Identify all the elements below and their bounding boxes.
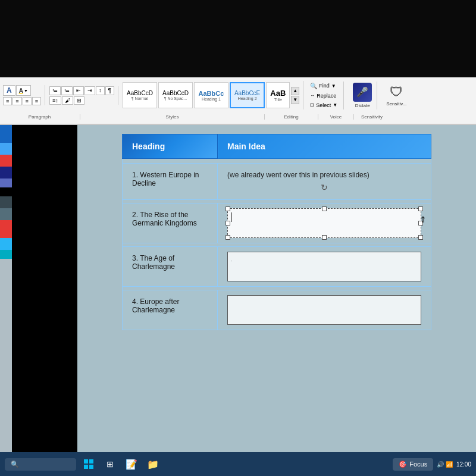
- font-color-btn[interactable]: A: [3, 85, 15, 96]
- row2-textbox-cell[interactable]: ⇑: [218, 203, 431, 243]
- color-strip: [0, 125, 12, 452]
- styles-label: Styles: [80, 114, 265, 120]
- paragraph-label: Paragraph: [3, 114, 80, 120]
- table-spacer-1: [123, 159, 431, 164]
- style-title[interactable]: AaB Title: [266, 82, 290, 108]
- table-header-heading: Heading: [123, 134, 218, 159]
- editing-group: 🔍 Find ▼ ↔ Replace ⊡ Select ▼: [308, 82, 344, 109]
- align-center-btn[interactable]: ≡: [12, 97, 21, 105]
- tray-icons[interactable]: 🔊 📶: [437, 461, 453, 468]
- table-row: 2. The Rise of the Germanic Kingdoms: [123, 203, 431, 243]
- num-list-btn[interactable]: ≔: [61, 86, 73, 95]
- system-tray: 🔊 📶 12:00: [437, 461, 471, 468]
- style-no-spacing[interactable]: AaBbCcD ¶ No Spac...: [158, 82, 193, 108]
- align-right-btn[interactable]: ≡: [23, 97, 32, 105]
- taskview-btn[interactable]: ⊞: [101, 455, 119, 473]
- table-header-row: Heading Main Idea: [123, 134, 431, 159]
- style-heading2[interactable]: AaBbCcE Heading 2: [230, 82, 265, 108]
- table-row: 1. Western Europe in Decline (we already…: [123, 164, 431, 200]
- style-heading1[interactable]: AaBbCc Heading 1: [194, 82, 228, 108]
- word-icon[interactable]: 📝: [123, 455, 140, 473]
- search-bar[interactable]: 🔍: [5, 458, 76, 471]
- row3-textbox-cell[interactable]: ·: [218, 247, 431, 287]
- indent-inc-btn[interactable]: ⇥: [84, 86, 95, 95]
- row4-textbox-cell[interactable]: [218, 290, 431, 330]
- textbox-empty[interactable]: ·: [227, 252, 421, 281]
- textbox-empty-2[interactable]: [227, 295, 421, 325]
- voice-label: Voice: [318, 114, 354, 120]
- list-btn[interactable]: ≔: [49, 86, 61, 95]
- shading-btn[interactable]: 🖌: [62, 96, 73, 105]
- taskbar: 🔍 ⊞ 📝 📁 🎯 Focus 🔊 📶 12:00: [0, 452, 476, 476]
- align-btn[interactable]: ≡: [3, 97, 12, 105]
- replace-btn[interactable]: ↔ Replace: [308, 92, 340, 100]
- row3-heading: 3. The Age of Charlemagne: [123, 247, 218, 287]
- doc-table: Heading Main Idea 1. Western Europe in D…: [122, 134, 431, 330]
- scroll-icon[interactable]: ⇑: [419, 215, 427, 224]
- file-explorer-icon[interactable]: 📁: [144, 455, 162, 473]
- document-area: Heading Main Idea 1. Western Europe in D…: [77, 125, 476, 452]
- row1-heading: 1. Western Europe in Decline: [123, 164, 218, 200]
- styles-scroll-down[interactable]: ▼: [291, 96, 299, 104]
- style-normal[interactable]: AaBbCcD ¶ Normal: [123, 82, 157, 108]
- border-btn[interactable]: ⊞: [74, 96, 84, 105]
- styles-group: AaBbCcD ¶ Normal AaBbCcD ¶ No Spac... Aa…: [123, 81, 303, 109]
- table-header-main-idea: Main Idea: [218, 134, 431, 159]
- indent-dec-btn[interactable]: ⇤: [73, 86, 84, 95]
- sensitivity-btn[interactable]: 🛡 Sensitiv...: [381, 83, 411, 108]
- table-row: 3. The Age of Charlemagne ·: [123, 247, 431, 287]
- highlight-btn[interactable]: A ▼: [16, 85, 31, 96]
- editing-label: Editing: [265, 114, 318, 120]
- row2-heading: 2. The Rise of the Germanic Kingdoms: [123, 203, 218, 243]
- left-sidebar: [0, 125, 77, 452]
- start-btn[interactable]: [80, 455, 98, 473]
- styles-scroll-up[interactable]: ▲ ▼: [291, 87, 299, 104]
- clock: 12:00: [456, 461, 471, 468]
- row4-heading: 4. Europe after Charlemagne: [123, 290, 218, 330]
- dictate-btn[interactable]: 🎤 Dictate: [348, 82, 377, 109]
- select-btn[interactable]: ⊡ Select ▼: [308, 101, 340, 109]
- sensitivity-label: Sensitivity: [354, 114, 390, 120]
- textbox-selected[interactable]: ⇑: [227, 208, 421, 238]
- paragraph-group: ≔ ≔ ⇤ ⇥ ↕ ¶ ≡↕ 🖌 ⊞: [49, 86, 118, 105]
- sort-btn[interactable]: ↕: [96, 86, 105, 95]
- pilcrow-btn[interactable]: ¶: [105, 86, 114, 95]
- focus-badge[interactable]: 🎯 Focus: [393, 458, 433, 471]
- row1-main-idea[interactable]: (we already went over this in previous s…: [218, 164, 431, 200]
- font-group: A A ▼ ≡ ≡ ≡ ≡: [3, 85, 45, 105]
- justify-btn[interactable]: ≡: [32, 97, 41, 105]
- table-row: 4. Europe after Charlemagne: [123, 290, 431, 330]
- find-btn[interactable]: 🔍 Find ▼: [308, 82, 340, 90]
- line-spacing-btn[interactable]: ≡↕: [49, 96, 61, 105]
